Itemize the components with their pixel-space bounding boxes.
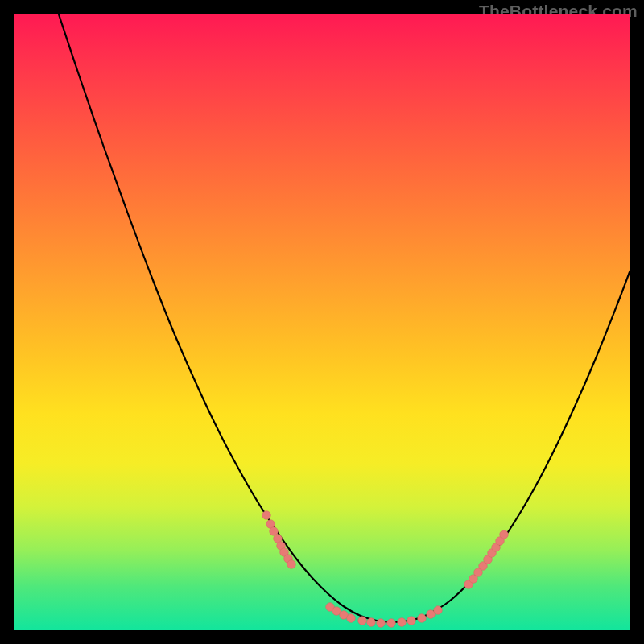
chart-svg — [14, 14, 630, 630]
curve-marker — [418, 614, 427, 623]
chart-frame: TheBottleneck.com — [0, 0, 644, 644]
curve-marker — [387, 619, 396, 628]
bottleneck-curve — [59, 14, 630, 622]
curve-marker — [398, 618, 407, 627]
curve-marker — [434, 606, 443, 615]
curve-marker — [287, 560, 296, 569]
curve-marker — [377, 619, 386, 628]
curve-marker — [347, 614, 356, 623]
curve-marker — [262, 511, 271, 520]
highlighted-points — [262, 511, 509, 628]
curve-marker — [407, 617, 416, 625]
curve-marker — [367, 618, 376, 627]
curve-marker — [358, 617, 367, 625]
plot-area — [14, 14, 630, 630]
curve-marker — [500, 530, 509, 539]
